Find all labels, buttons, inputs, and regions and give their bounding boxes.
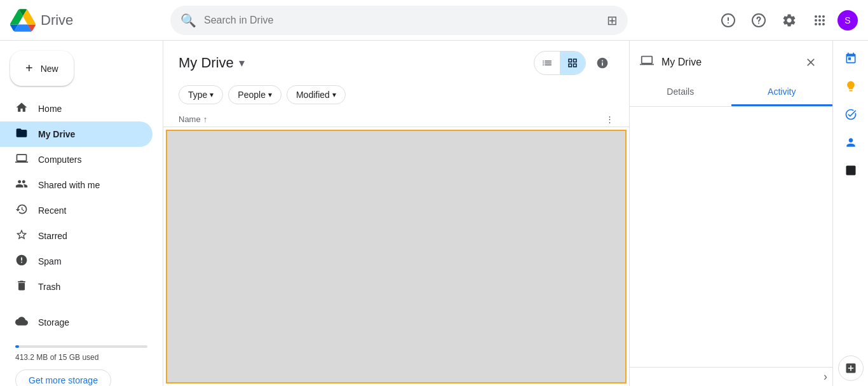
topbar-right: S (715, 8, 858, 33)
search-input[interactable] (204, 15, 599, 26)
close-panel-button[interactable] (799, 51, 822, 74)
logo-area: Drive (10, 8, 163, 33)
svg-rect-4 (846, 166, 855, 176)
sidebar-item-my-drive[interactable]: My Drive (0, 121, 153, 147)
type-filter-label: Type (188, 90, 207, 100)
sidebar-item-storage[interactable]: Storage (0, 310, 153, 335)
shared-icon (15, 177, 28, 193)
right-panel: My Drive Details Activity › (629, 41, 832, 386)
list-view-button[interactable] (534, 52, 560, 74)
new-button-label: New (41, 64, 58, 74)
topbar: Drive 🔍 ⊞ (0, 0, 868, 41)
type-filter-chevron: ▾ (210, 90, 214, 99)
header-actions (534, 51, 614, 75)
settings-button[interactable] (776, 8, 802, 33)
storage-section: 413.2 MB of 15 GB used Get more storage (0, 335, 163, 386)
people-filter-button[interactable]: People ▾ (228, 85, 281, 104)
storage-text: 413.2 MB of 15 GB used (15, 353, 147, 362)
type-filter-button[interactable]: Type ▾ (179, 85, 223, 104)
add-app-button[interactable] (838, 355, 864, 381)
tab-activity[interactable]: Activity (731, 79, 833, 106)
name-column-label: Name (179, 114, 201, 124)
sidebar-item-computers[interactable]: Computers (0, 147, 153, 172)
sidebar-item-home-label: Home (38, 104, 62, 114)
modified-filter-label: Modified (296, 90, 330, 100)
contacts-icon-button[interactable] (838, 130, 864, 155)
filters-row: Type ▾ People ▾ Modified ▾ (163, 80, 629, 112)
scroll-right-icon[interactable]: › (824, 370, 827, 383)
file-area (163, 127, 629, 386)
grid-view-button[interactable] (560, 52, 585, 74)
right-panel-header: My Drive (630, 41, 832, 74)
sidebar: + New Home My Drive Computers (0, 41, 163, 386)
sidebar-item-spam[interactable]: Spam (0, 249, 153, 274)
other-app-icon-button[interactable] (838, 158, 864, 183)
sidebar-item-trash[interactable]: Trash (0, 274, 153, 300)
sidebar-item-starred-label: Starred (38, 231, 67, 241)
storage-bar-background (15, 345, 147, 348)
starred-icon (15, 228, 28, 244)
tab-details[interactable]: Details (630, 79, 731, 106)
sidebar-item-starred[interactable]: Starred (0, 223, 153, 249)
sidebar-item-recent-label: Recent (38, 205, 66, 216)
home-icon (15, 101, 28, 117)
storage-icon (15, 315, 28, 331)
file-list-header: Name ↑ ⋮ (163, 112, 629, 127)
drive-logo-icon (10, 8, 36, 33)
panel-tabs: Details Activity (630, 79, 832, 107)
content-header: My Drive ▾ (163, 41, 629, 80)
right-panel-title-row: My Drive (640, 53, 702, 71)
apps-button[interactable] (807, 8, 832, 33)
tasks-icon-button[interactable] (838, 102, 864, 127)
view-toggle (534, 51, 586, 75)
modified-filter-chevron: ▾ (332, 90, 336, 99)
storage-bar-fill (15, 345, 19, 348)
drive-title[interactable]: My Drive ▾ (179, 55, 245, 71)
people-filter-label: People (238, 90, 266, 100)
new-button-wrap: + New (0, 46, 163, 96)
svg-point-1 (728, 22, 729, 24)
help-button[interactable] (746, 8, 771, 33)
right-icon-bar (832, 41, 868, 386)
main-area: + New Home My Drive Computers (0, 41, 868, 386)
drive-title-text: My Drive (179, 55, 234, 71)
sidebar-item-trash-label: Trash (38, 282, 60, 292)
right-panel-title-text: My Drive (661, 57, 702, 68)
search-bar[interactable]: 🔍 ⊞ (170, 6, 628, 35)
sidebar-item-storage-label: Storage (38, 317, 69, 327)
sidebar-item-shared-label: Shared with me (38, 180, 100, 190)
people-filter-chevron: ▾ (268, 90, 272, 99)
sidebar-item-my-drive-label: My Drive (38, 129, 75, 139)
modified-filter-button[interactable]: Modified ▾ (287, 85, 346, 104)
my-drive-icon (15, 127, 28, 142)
new-button[interactable]: + New (10, 51, 74, 86)
content-area: My Drive ▾ (163, 41, 629, 386)
sort-icon: ↑ (203, 114, 208, 124)
user-avatar[interactable]: S (837, 10, 858, 31)
sidebar-item-shared[interactable]: Shared with me (0, 172, 153, 198)
keep-icon-button[interactable] (838, 74, 864, 99)
plus-icon: + (25, 61, 33, 76)
drive-title-chevron: ▾ (239, 56, 245, 70)
computers-icon (15, 152, 28, 168)
sidebar-item-recent[interactable]: Recent (0, 198, 153, 223)
filter-icon[interactable]: ⊞ (607, 13, 618, 28)
calendar-icon-button[interactable] (838, 46, 864, 71)
trash-icon (15, 279, 28, 295)
get-more-storage-button[interactable]: Get more storage (15, 369, 111, 386)
info-button[interactable] (591, 52, 614, 74)
column-name: Name ↑ (179, 114, 606, 124)
sidebar-item-computers-label: Computers (38, 155, 81, 165)
recent-icon (15, 203, 28, 219)
sidebar-item-home[interactable]: Home (0, 96, 153, 121)
feedback-button[interactable] (715, 8, 741, 33)
right-panel-content (630, 107, 832, 367)
drive-panel-icon (640, 53, 654, 71)
app-name: Drive (41, 12, 73, 29)
file-content-grid (166, 130, 627, 383)
search-icon: 🔍 (180, 13, 196, 28)
spam-icon (15, 254, 28, 270)
more-actions-icon[interactable]: ⋮ (606, 114, 614, 124)
sidebar-item-spam-label: Spam (38, 256, 62, 266)
svg-point-3 (758, 22, 759, 24)
